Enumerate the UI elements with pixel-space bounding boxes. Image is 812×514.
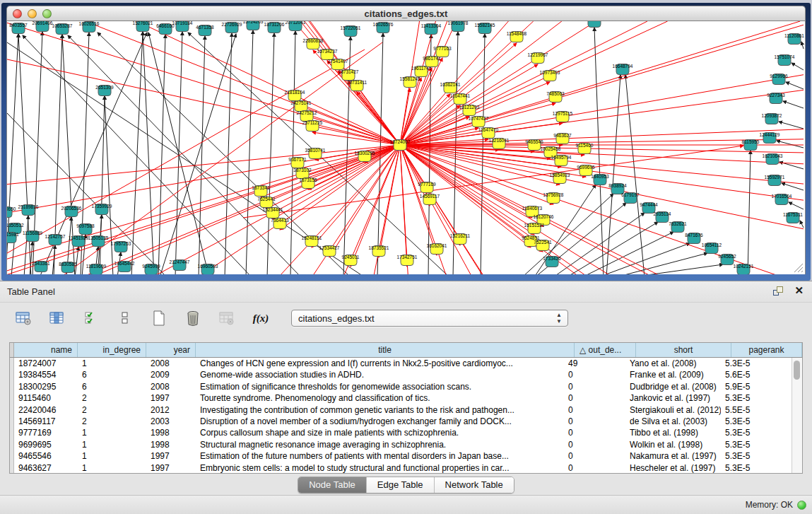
network-node[interactable]: 7625441 xyxy=(257,197,276,208)
network-node[interactable]: 9463627 xyxy=(553,133,572,144)
network-node[interactable]: 20712041 xyxy=(286,21,306,31)
table-scrollbar[interactable] xyxy=(792,358,802,473)
network-node[interactable]: 21247447 xyxy=(170,259,190,271)
network-node[interactable]: 7364413 xyxy=(271,218,289,229)
table-row[interactable]: 1872400712008Changes of HCN gene express… xyxy=(14,358,792,369)
network-node[interactable]: 11413304 xyxy=(421,23,442,35)
column-header-year[interactable]: year xyxy=(146,343,196,357)
network-node[interactable]: 15582145 xyxy=(475,23,495,34)
network-node[interactable]: 17534427 xyxy=(319,245,340,257)
network-node[interactable]: 2651309 xyxy=(95,85,114,96)
network-node[interactable]: 9115460 xyxy=(576,143,594,154)
network-node[interactable]: 15854923 xyxy=(550,173,570,184)
network-node[interactable]: 9699695 xyxy=(577,165,595,176)
network-node[interactable]: 16026516 xyxy=(79,21,100,33)
zoom-window-icon[interactable] xyxy=(42,9,52,18)
column-header-short[interactable]: short xyxy=(636,343,731,357)
show-columns-icon[interactable] xyxy=(48,309,66,327)
network-node[interactable]: 9227343 xyxy=(767,93,785,104)
network-node[interactable]: 9245011 xyxy=(342,255,360,266)
scrollbar-thumb[interactable] xyxy=(794,361,800,380)
network-node[interactable]: 16648794 xyxy=(613,64,633,75)
column-header-pagerank[interactable]: pagerank xyxy=(731,343,802,357)
column-header-title[interactable]: title xyxy=(196,343,575,357)
table-row[interactable]: 911546021997Tourette syndrome. Phenomeno… xyxy=(14,392,792,404)
tab-edge-table[interactable]: Edge Table xyxy=(366,477,434,493)
network-node[interactable]: 16495794 xyxy=(551,155,572,166)
network-node[interactable]: 15722051 xyxy=(341,25,361,37)
network-node[interactable]: 16162041 xyxy=(427,243,447,255)
network-node[interactable]: 9777169 xyxy=(418,182,436,193)
network-node[interactable]: 10719184 xyxy=(172,21,193,32)
network-node[interactable]: 16151521 xyxy=(524,223,545,234)
network-node[interactable]: 9367171 xyxy=(288,157,307,168)
network-node[interactable]: 6179197 xyxy=(621,192,640,204)
resize-grip-icon[interactable] xyxy=(792,262,804,273)
minimize-window-icon[interactable] xyxy=(28,9,37,18)
network-node[interactable]: 3915981 xyxy=(7,232,19,243)
network-node[interactable]: 25260650 xyxy=(7,206,16,218)
network-node[interactable]: 22860838 xyxy=(303,38,324,49)
tab-network-table[interactable]: Network Table xyxy=(434,477,514,493)
network-node[interactable]: 10242151 xyxy=(734,264,754,274)
table-row[interactable]: 946554611997Estimation of the future num… xyxy=(14,450,792,462)
network-node[interactable]: 8830585 xyxy=(59,262,77,273)
table-row[interactable]: 2242004622012Investigating the contribut… xyxy=(14,404,792,416)
new-table-icon[interactable] xyxy=(150,309,168,327)
network-node[interactable]: 7522541 xyxy=(534,240,552,251)
network-node[interactable]: 10654112 xyxy=(702,243,722,254)
float-window-icon[interactable] xyxy=(773,286,783,296)
row-height-icon[interactable] xyxy=(116,309,134,327)
network-node[interactable]: 11451929 xyxy=(69,235,89,247)
network-node[interactable]: 18731206 xyxy=(264,22,285,33)
network-node[interactable]: 35810741 xyxy=(305,148,326,159)
column-header-name[interactable]: name xyxy=(14,343,78,357)
network-node[interactable]: 9129966 xyxy=(770,74,788,85)
column-header-out_de[interactable]: △ out_de... xyxy=(575,343,636,357)
network-node[interactable]: 17342751 xyxy=(397,255,418,266)
select-columns-icon[interactable] xyxy=(82,309,100,327)
table-row[interactable]: 977716911998Corpus callosum shape and si… xyxy=(14,427,792,438)
network-node[interactable]: 9097588 xyxy=(76,223,95,235)
network-node[interactable]: 25189816 xyxy=(18,204,39,216)
network-canvas[interactable]: 8403557206914061065328716026516152760216… xyxy=(6,21,806,274)
network-node[interactable]: 1733426 xyxy=(543,256,561,267)
table-row[interactable]: 946362711997Embryonic stem cells: a mode… xyxy=(14,462,792,473)
network-node[interactable]: 11548408 xyxy=(507,31,527,42)
table-settings-icon[interactable] xyxy=(14,309,33,327)
network-node[interactable]: 11647470 xyxy=(478,127,499,139)
network-node[interactable]: 4671358 xyxy=(196,25,214,36)
network-node[interactable]: 22726929 xyxy=(222,22,242,33)
network-node[interactable]: 15724203 xyxy=(243,21,264,30)
network-node[interactable]: 2543361 xyxy=(32,261,50,272)
network-node[interactable]: 17957253 xyxy=(111,241,131,252)
network-window-titlebar[interactable]: citations_edges.txt xyxy=(6,6,806,21)
table-row[interactable]: 1830029562008Estimation of significance … xyxy=(14,381,792,392)
network-node[interactable]: 17359929 xyxy=(92,204,112,215)
network-node[interactable]: 1840953 xyxy=(591,174,609,185)
network-node[interactable]: 10653287 xyxy=(52,23,73,35)
network-node[interactable]: 15276021 xyxy=(133,21,153,32)
network-node[interactable]: 12213402 xyxy=(584,21,605,28)
network-node[interactable]: 18735521 xyxy=(369,245,389,257)
memory-status-icon[interactable] xyxy=(797,501,806,510)
table-row[interactable]: 1938455462009Genome-wide association stu… xyxy=(14,369,792,380)
network-node[interactable]: 9777163 xyxy=(433,46,452,57)
network-node[interactable]: 8471676 xyxy=(685,233,703,244)
network-node[interactable]: 8403557 xyxy=(9,23,28,34)
network-node[interactable]: 9861741 xyxy=(423,56,441,67)
network-node[interactable]: 12975115 xyxy=(553,111,573,122)
network-node[interactable]: 9245999 xyxy=(142,264,160,274)
function-builder-icon[interactable]: f(x) xyxy=(252,309,270,327)
network-node[interactable]: 1873341 xyxy=(252,185,270,197)
table-row[interactable]: 969969511998Structural magnetic resonanc… xyxy=(14,439,792,450)
network-node[interactable]: 12093872 xyxy=(762,113,782,124)
network-node[interactable]: 7485063 xyxy=(546,91,565,103)
table-selector-dropdown[interactable]: citations_edges.txt ▲▼ xyxy=(291,310,568,327)
network-node[interactable]: 12219967 xyxy=(528,52,548,64)
network-node[interactable]: 11819609 xyxy=(86,264,107,274)
delete-table-icon[interactable] xyxy=(184,309,202,327)
network-node[interactable]: 12444129 xyxy=(760,132,780,144)
network-node[interactable]: 15751074 xyxy=(775,54,795,66)
network-node[interactable]: 17016504 xyxy=(772,194,792,205)
